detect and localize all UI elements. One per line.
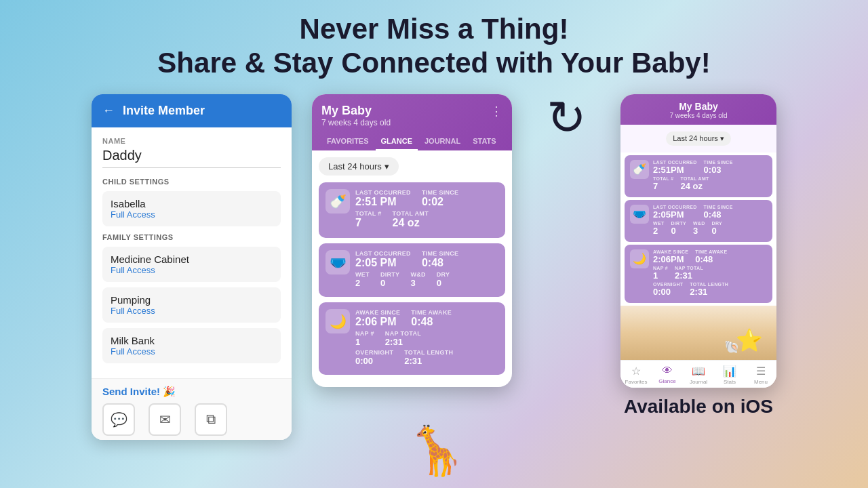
sleep-card: 🌙 AWAKE SINCE 2:06 PM TIME AWAKE 0:48 bbox=[319, 302, 505, 375]
feeding-row-1: LAST OCCURRED 2:51 PM TIME SINCE 0:02 bbox=[355, 189, 498, 208]
dots-menu-icon[interactable]: ⋮ bbox=[490, 104, 502, 119]
tab-journal[interactable]: JOURNAL bbox=[419, 133, 466, 150]
tab-favorites[interactable]: FAVORITES bbox=[321, 133, 374, 150]
sync-icon: ↻ bbox=[547, 94, 587, 142]
right-tab-menu[interactable]: ☰ Menu bbox=[745, 365, 776, 385]
nav-tabs: FAVORITES GLANCE JOURNAL STATS bbox=[321, 133, 502, 150]
favorites-tab-icon: ☆ bbox=[631, 365, 641, 378]
diaper-icon: 🩲 bbox=[326, 250, 350, 274]
family-section: FAMILY SETTINGS Medicine Cabinet Full Ac… bbox=[102, 233, 281, 363]
header-line1: Never Miss a Thing! bbox=[27, 12, 841, 46]
time-filter-label: Last 24 hours bbox=[328, 161, 382, 171]
sleep-overnight: OVERNIGHT 0:00 bbox=[355, 349, 393, 366]
chevron-down-icon: ▾ bbox=[384, 161, 389, 171]
main-content: ← Invite Member NAME Daddy CHILD SETTING… bbox=[0, 87, 868, 447]
right-baby-age: 7 weeks 4 days old bbox=[629, 112, 768, 119]
invite-header: ← Invite Member bbox=[92, 94, 292, 127]
right-tab-favorites[interactable]: ☆ Favorites bbox=[620, 365, 652, 385]
right-sleep-data: AWAKE SINCE 2:06PM TIME AWAKE 0:48 NAP #… bbox=[653, 249, 767, 298]
child-name: Isabella bbox=[111, 198, 273, 209]
feeding-total-amt: TOTAL AMT 24 oz bbox=[393, 210, 429, 229]
family-item-0[interactable]: Medicine Cabinet Full Access bbox=[102, 247, 281, 282]
feeding-data: LAST OCCURRED 2:51 PM TIME SINCE 0:02 TO… bbox=[355, 189, 498, 231]
right-diaper-icon: 🩲 bbox=[630, 205, 649, 224]
right-tab-journal[interactable]: 📖 Journal bbox=[683, 365, 714, 385]
right-sleep-card: 🌙 AWAKE SINCE 2:06PM TIME AWAKE 0:48 bbox=[625, 245, 772, 303]
diaper-dry: DRY 0 bbox=[437, 271, 450, 288]
right-time-filter[interactable]: Last 24 hours ▾ bbox=[666, 131, 731, 146]
sleep-total-length: TOTAL LENGTH 2:31 bbox=[404, 349, 453, 366]
family-item-name-1: Pumping bbox=[111, 294, 273, 306]
name-label: NAME bbox=[102, 137, 281, 145]
diaper-wd: W&D 3 bbox=[410, 271, 425, 288]
send-invite-text[interactable]: Send Invite! 🎉 bbox=[102, 386, 281, 398]
diaper-dirty: DIRTY 0 bbox=[380, 271, 400, 288]
feeding-time-since: TIME SINCE 0:02 bbox=[422, 189, 459, 208]
sms-icon[interactable]: 💬 bbox=[102, 403, 135, 436]
invite-body: NAME Daddy CHILD SETTINGS Isabella Full … bbox=[92, 127, 292, 378]
share-icons: 💬 ✉ ⧉ bbox=[102, 403, 281, 436]
glance-body: Last 24 hours ▾ 🍼 LAST OCCURRED 2:51 PM … bbox=[312, 150, 512, 387]
sleep-row-2: NAP # 1 NAP TOTAL 2:31 bbox=[355, 330, 498, 347]
tab-stats[interactable]: STATS bbox=[467, 133, 501, 150]
right-tab-bar: ☆ Favorites 👁 Glance 📖 Journal 📊 Stats ☰ bbox=[620, 360, 776, 388]
menu-tab-icon: ☰ bbox=[756, 365, 766, 378]
header-line2: Share & Stay Connected with Your Baby! bbox=[27, 46, 841, 80]
right-tab-glance[interactable]: 👁 Glance bbox=[652, 365, 683, 385]
email-icon[interactable]: ✉ bbox=[149, 403, 181, 436]
copy-icon[interactable]: ⧉ bbox=[195, 403, 227, 436]
family-item-name-2: Milk Bank bbox=[111, 335, 273, 346]
sleep-awake-since: AWAKE SINCE 2:06 PM bbox=[355, 309, 400, 328]
family-item-access-0: Full Access bbox=[111, 265, 273, 275]
sleep-time-awake: TIME AWAKE 0:48 bbox=[411, 309, 452, 328]
feeding-row-2: TOTAL # 7 TOTAL AMT 24 oz bbox=[355, 210, 498, 229]
ios-label: Available on iOS bbox=[620, 396, 776, 418]
tab-glance[interactable]: GLANCE bbox=[376, 133, 418, 150]
beach-area: ⭐ 🐚 bbox=[620, 306, 776, 360]
right-panel: My Baby 7 weeks 4 days old Last 24 hours… bbox=[620, 94, 776, 418]
glance-tab-icon: 👁 bbox=[662, 365, 673, 377]
sleep-data: AWAKE SINCE 2:06 PM TIME AWAKE 0:48 NAP … bbox=[355, 309, 498, 368]
diaper-wet: WET 2 bbox=[355, 271, 370, 288]
right-tab-stats[interactable]: 📊 Stats bbox=[714, 365, 745, 385]
sleep-row-3: OVERNIGHT 0:00 TOTAL LENGTH 2:31 bbox=[355, 349, 498, 366]
diaper-card: 🩲 LAST OCCURRED 2:05 PM TIME SINCE 0:48 bbox=[319, 243, 505, 297]
invite-title: Invite Member bbox=[123, 104, 205, 118]
feeding-icon: 🍼 bbox=[326, 189, 350, 214]
diaper-row-1: LAST OCCURRED 2:05 PM TIME SINCE 0:48 bbox=[355, 250, 498, 269]
diaper-data: LAST OCCURRED 2:05 PM TIME SINCE 0:48 WE… bbox=[355, 250, 498, 290]
name-value[interactable]: Daddy bbox=[102, 148, 281, 168]
right-filter-wrap: Last 24 hours ▾ bbox=[620, 125, 776, 152]
send-invite-bar: Send Invite! 🎉 💬 ✉ ⧉ bbox=[92, 378, 292, 440]
invite-member-panel: ← Invite Member NAME Daddy CHILD SETTING… bbox=[92, 94, 292, 440]
family-settings-label: FAMILY SETTINGS bbox=[102, 233, 281, 241]
family-item-access-2: Full Access bbox=[111, 346, 273, 357]
sleep-nap-num: NAP # 1 bbox=[355, 330, 374, 347]
stats-tab-icon: 📊 bbox=[723, 365, 736, 378]
child-settings-item[interactable]: Isabella Full Access bbox=[102, 191, 281, 226]
right-feeding-icon: 🍼 bbox=[630, 160, 649, 179]
sleep-row-1: AWAKE SINCE 2:06 PM TIME AWAKE 0:48 bbox=[355, 309, 498, 328]
feeding-last-occurred: LAST OCCURRED 2:51 PM bbox=[355, 189, 411, 208]
time-filter[interactable]: Last 24 hours ▾ bbox=[319, 157, 399, 176]
right-chevron-icon: ▾ bbox=[720, 134, 724, 143]
right-time-filter-label: Last 24 hours bbox=[673, 134, 718, 142]
baby-glance-panel: My Baby 7 weeks 4 days old ⋮ FAVORITES G… bbox=[312, 94, 512, 387]
sleep-icon: 🌙 bbox=[326, 309, 350, 333]
family-item-access-1: Full Access bbox=[111, 306, 273, 316]
baby-age: 7 weeks 4 days old bbox=[321, 118, 391, 127]
family-item-1[interactable]: Pumping Full Access bbox=[102, 287, 281, 323]
family-item-name-0: Medicine Cabinet bbox=[111, 253, 273, 265]
child-access: Full Access bbox=[111, 209, 273, 220]
right-feeding-card: 🍼 LAST OCCURRED 2:51PM TIME SINCE 0:03 bbox=[625, 155, 772, 197]
family-item-2[interactable]: Milk Bank Full Access bbox=[102, 328, 281, 363]
baby-header-top: My Baby 7 weeks 4 days old ⋮ bbox=[321, 104, 502, 127]
diaper-row-2: WET 2 DIRTY 0 W&D 3 DRY bbox=[355, 271, 498, 288]
right-feeding-data: LAST OCCURRED 2:51PM TIME SINCE 0:03 TOT… bbox=[653, 160, 767, 192]
back-arrow-icon[interactable]: ← bbox=[102, 104, 115, 118]
page-header: Never Miss a Thing! Share & Stay Connect… bbox=[0, 0, 868, 87]
feeding-card: 🍼 LAST OCCURRED 2:51 PM TIME SINCE 0:02 bbox=[319, 182, 505, 238]
journal-tab-icon: 📖 bbox=[692, 365, 705, 378]
starfish-icon: ⭐ bbox=[736, 327, 763, 353]
diaper-time-since: TIME SINCE 0:48 bbox=[422, 250, 459, 269]
